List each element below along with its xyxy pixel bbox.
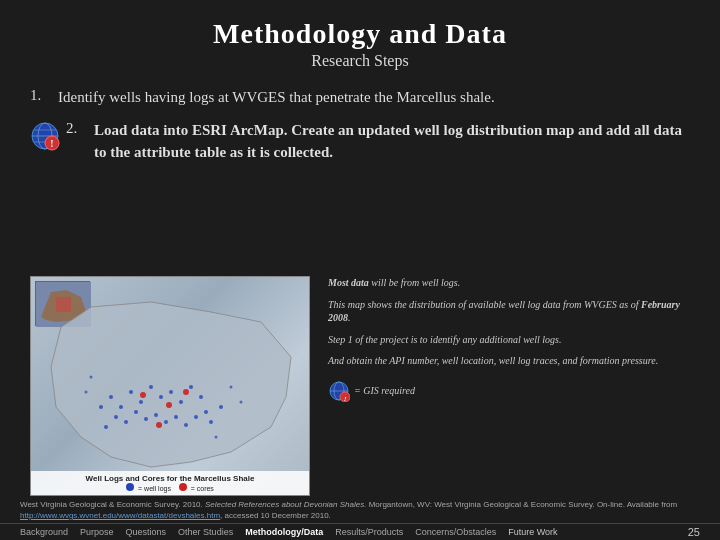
svg-point-37 <box>183 389 189 395</box>
nav-item-results[interactable]: Results/Products <box>335 527 403 537</box>
svg-point-14 <box>139 400 143 404</box>
svg-point-20 <box>199 395 203 399</box>
map-legend: = well logs = cores <box>36 483 304 492</box>
side-note-1: Most data will be from well logs. <box>328 276 700 290</box>
svg-point-29 <box>194 415 198 419</box>
nav-item-background[interactable]: Background <box>20 527 68 537</box>
slide: Methodology and Data Research Steps 1. I… <box>0 0 720 540</box>
page-number: 25 <box>688 526 700 538</box>
side-notes: Most data will be from well logs. This m… <box>310 276 700 496</box>
svg-point-15 <box>149 385 153 389</box>
svg-point-41 <box>240 401 243 404</box>
step-2: ! 2. Load data into ESRI ArcMap. Create … <box>30 119 690 164</box>
svg-point-30 <box>204 410 208 414</box>
slide-header: Methodology and Data Research Steps <box>0 0 720 78</box>
nav-item-questions[interactable]: Questions <box>126 527 167 537</box>
svg-point-22 <box>124 420 128 424</box>
svg-point-18 <box>179 400 183 404</box>
svg-point-24 <box>144 417 148 421</box>
svg-point-17 <box>169 390 173 394</box>
nav-items: Background Purpose Questions Other Studi… <box>20 527 558 537</box>
svg-point-25 <box>154 413 158 417</box>
svg-text:!: ! <box>344 394 347 402</box>
step-1: 1. Identify wells having logs at WVGES t… <box>30 86 690 109</box>
nav-item-future-work[interactable]: Future Work <box>508 527 557 537</box>
svg-text:!: ! <box>50 138 53 149</box>
side-note-4: And obtain the API number, well location… <box>328 354 700 368</box>
step-1-text: Identify wells having logs at WVGES that… <box>58 86 495 109</box>
svg-point-13 <box>129 390 133 394</box>
nav-item-concerns[interactable]: Concerns/Obstacles <box>415 527 496 537</box>
map-container: Well Logs and Cores for the Marcellus Sh… <box>30 276 310 496</box>
map-caption: Well Logs and Cores for the Marcellus Sh… <box>31 471 309 495</box>
svg-point-11 <box>109 395 113 399</box>
svg-point-43 <box>215 436 218 439</box>
svg-point-26 <box>164 420 168 424</box>
side-note-3: Step 1 of the project is to identify any… <box>328 333 700 347</box>
svg-point-38 <box>156 422 162 428</box>
steps-area: 1. Identify wells having logs at WVGES t… <box>0 78 720 272</box>
footer-link[interactable]: http://www.wvgs.wvnet.edu/www/datastat/d… <box>20 511 220 520</box>
slide-subtitle: Research Steps <box>20 52 700 70</box>
nav-bar: Background Purpose Questions Other Studi… <box>0 523 720 540</box>
slide-title: Methodology and Data <box>20 18 700 50</box>
svg-point-34 <box>104 425 108 429</box>
svg-point-36 <box>166 402 172 408</box>
svg-point-12 <box>119 405 123 409</box>
globe-icon: ! <box>30 121 60 151</box>
map-image: Well Logs and Cores for the Marcellus Sh… <box>31 277 309 495</box>
svg-point-39 <box>90 376 93 379</box>
gis-symbol-icon: ! <box>328 380 350 402</box>
svg-point-27 <box>174 415 178 419</box>
svg-point-42 <box>85 391 88 394</box>
svg-point-23 <box>134 410 138 414</box>
svg-point-33 <box>99 405 103 409</box>
svg-point-32 <box>219 405 223 409</box>
nav-item-methodology[interactable]: Methodology/Data <box>245 527 323 537</box>
svg-point-31 <box>209 420 213 424</box>
nav-item-other-studies[interactable]: Other Studies <box>178 527 233 537</box>
svg-point-16 <box>159 395 163 399</box>
svg-point-21 <box>114 415 118 419</box>
svg-point-28 <box>184 423 188 427</box>
svg-point-40 <box>230 386 233 389</box>
svg-marker-10 <box>51 302 291 467</box>
svg-point-35 <box>140 392 146 398</box>
step-1-number: 1. <box>30 86 58 104</box>
gis-note: ! = GIS required <box>328 380 700 402</box>
step-2-number: 2. <box>66 119 94 137</box>
side-note-2: This map shows the distribution of avail… <box>328 298 700 325</box>
map-section: Well Logs and Cores for the Marcellus Sh… <box>0 272 720 496</box>
step-2-text: Load data into ESRI ArcMap. Create an up… <box>94 119 690 164</box>
nav-item-purpose[interactable]: Purpose <box>80 527 114 537</box>
footer-reference: West Virginia Geological & Economic Surv… <box>0 496 720 523</box>
svg-point-19 <box>189 385 193 389</box>
